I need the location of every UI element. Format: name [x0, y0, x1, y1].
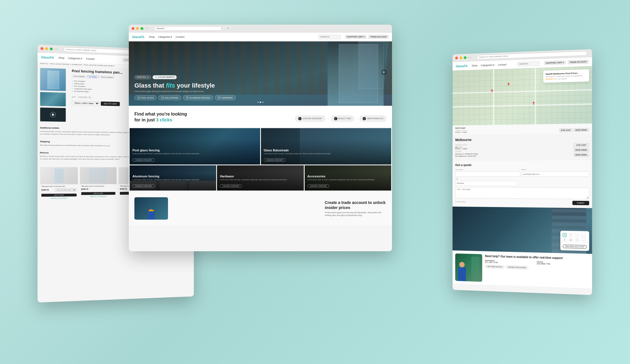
dot-2[interactable] [260, 102, 261, 103]
tag-pool[interactable]: Pool compliant [72, 75, 86, 78]
maximize-dot-center[interactable] [141, 27, 143, 30]
back-icon-center[interactable]: ‹ [145, 27, 146, 30]
calc-icon-2[interactable]: ≡ [569, 233, 573, 237]
calc-icon-minus-1[interactable]: − [581, 233, 585, 238]
calculator-panel[interactable]: ⊞ ≡ + − ⏸ ⊞ ✕ + FREE FENCE CALCULATOR [560, 231, 589, 251]
email-input[interactable] [521, 172, 589, 177]
map-info-card[interactable]: Glasfit Melbourne Pool Fenci... Showroom… [543, 69, 589, 83]
nav-contact-center[interactable]: Contact [176, 36, 184, 38]
close-dot[interactable] [41, 47, 43, 50]
product-thumb-2[interactable] [40, 107, 66, 122]
view-category-link-1[interactable]: VIEW ALL IN CATEGORY [41, 197, 77, 199]
minimize-dot-right[interactable] [459, 56, 462, 59]
add-to-cart-btn-left[interactable]: ADD TO CART [101, 102, 120, 106]
cart-btn-right[interactable]: SHOPPING CART 0 [544, 61, 566, 65]
related-product-2[interactable]: Title goes here in one line and... $156.… [80, 167, 117, 200]
forward-icon-center[interactable]: › [147, 27, 148, 30]
calc-icon-3[interactable]: ⏸ [563, 238, 566, 242]
forward-icon[interactable]: › [57, 48, 57, 51]
logo-text: GlassFit [41, 55, 54, 59]
calc-icon-plus-2[interactable]: + [581, 238, 585, 242]
aluminum-btn[interactable]: CHOOSE CATEGORY [132, 184, 155, 188]
nav-contact-right[interactable]: Contact [498, 63, 507, 66]
size-select[interactable]: 10mm x 1200 x Glass [72, 101, 100, 105]
minimize-dot[interactable] [45, 47, 48, 50]
calc-icon-plus-1[interactable]: + [575, 233, 579, 237]
view-category-link-2[interactable]: VIEW ALL IN CATEGORY [81, 196, 116, 198]
dot-3[interactable] [262, 102, 264, 103]
cat-card-pool[interactable]: Pool glass fencing Lorem ipsum dolor sit… [130, 128, 260, 165]
hero-btn-pool[interactable]: POOL GLASS [134, 95, 157, 100]
rel-size-1[interactable]: 700x1100+200m Glass [55, 188, 76, 192]
close-dot-right[interactable] [455, 57, 458, 59]
cat-card-hardware[interactable]: Hardware Lorem ipsum dolor sit amet, con… [217, 165, 304, 191]
send-email-btn-gc[interactable]: SEND EMAIL [573, 128, 589, 132]
site-visit-btn-gc[interactable]: SITE VISIT [559, 128, 573, 132]
send-email-btn-mel2[interactable]: SEND EMAIL [573, 153, 589, 157]
send-email-btn-mel[interactable]: SEND EMAIL [573, 148, 589, 152]
balustrade-btn[interactable]: CHOOSE CATEGORY [264, 158, 286, 162]
maximize-dot[interactable] [50, 47, 53, 50]
rel-add-btn-2[interactable]: ADD TO CART [81, 192, 116, 195]
account-btn-right[interactable]: TRADE ACCOUNT [568, 60, 589, 64]
calc-icon-4[interactable]: ⊞ [569, 238, 573, 242]
product-main-image[interactable] [40, 68, 66, 91]
dot-1[interactable] [257, 102, 259, 103]
find-step-category[interactable]: 1 CHOOSE CATEGORY [295, 116, 325, 122]
back-icon[interactable]: ‹ [54, 47, 55, 50]
nav-categories-left[interactable]: Categories ▾ [68, 57, 82, 60]
minimize-dot-center[interactable] [136, 27, 139, 30]
add-tab-btn[interactable]: + [227, 27, 229, 30]
account-btn-center[interactable]: TRADE ACCOUNT [368, 35, 389, 39]
online-calc-btn[interactable]: ONLINE CALCULATOR [505, 265, 528, 269]
free-fence-calculator-btn[interactable]: FREE FENCE CALCULATOR [563, 245, 587, 248]
map-pin-1[interactable] [490, 90, 494, 93]
tag-pre[interactable]: Pre-drilled [87, 75, 99, 78]
pool-btn[interactable]: CHOOSE CATEGORY [132, 158, 155, 162]
nav-contact-left[interactable]: Contact [86, 57, 95, 60]
hero-btn-hardware[interactable]: HARDWARE [215, 95, 236, 100]
back-icon-right[interactable]: ‹ [468, 56, 469, 59]
cat-card-accessories[interactable]: Accessories Lorem ipsum dolor sit amet, … [305, 165, 391, 191]
calc-icon-1[interactable]: ⊞ [563, 233, 566, 237]
map-pin-3[interactable] [507, 83, 510, 87]
hardware-btn[interactable]: CHOOSE CATEGORY [220, 184, 242, 188]
nav-categories-center[interactable]: Categories ▾ [158, 36, 172, 38]
hero-btn-aluminium[interactable]: ALUMINIUM FENCING [183, 95, 213, 100]
cat-card-aluminum[interactable]: Aluminum fencing Lorem ipsum dolor sit a… [130, 165, 216, 191]
right-logo[interactable]: GlassFit [456, 64, 468, 68]
nav-shop-left[interactable]: Shop [58, 56, 64, 59]
hero-btn-balustrade[interactable]: BALUSTRADE [158, 95, 181, 100]
related-product-1[interactable]: Title goes here in one line and... $156.… [40, 167, 78, 201]
nav-search-right[interactable] [517, 61, 540, 66]
firstname-input[interactable] [455, 172, 520, 177]
forward-icon-right[interactable]: › [470, 56, 471, 59]
maximize-dot-right[interactable] [464, 56, 466, 59]
site-visit-btn-mel[interactable]: SITE VISIT [573, 143, 589, 147]
find-step-item[interactable]: 2 SELECT ITEM [331, 116, 354, 122]
nav-search-center[interactable] [318, 35, 341, 39]
cat-card-balustrade[interactable]: Glass Balustrade Lorem ipsum dolor sit a… [261, 128, 391, 165]
address-bar-center[interactable]: GlassFit [154, 26, 221, 31]
nav-shop-center[interactable]: Shop [149, 36, 155, 38]
left-logo[interactable]: GlassFit [41, 55, 54, 59]
message-textarea[interactable] [455, 187, 589, 199]
product-thumb-1[interactable] [40, 92, 66, 107]
tag-panel[interactable]: Panel compliant [99, 76, 115, 79]
hero-tag-search[interactable]: 🔍 3 CLICK SEARCH [153, 75, 177, 79]
city-input[interactable] [455, 181, 518, 186]
map-pin-2[interactable] [532, 102, 535, 106]
cart-btn-center[interactable]: SHOPPING CART 0 [345, 35, 367, 39]
hero-close-btn[interactable]: ⊞ [381, 70, 386, 75]
find-step-products[interactable]: 3 VIEW PRODUCTS [360, 116, 386, 122]
accessories-btn[interactable]: CHOOSE CATEGORY [307, 184, 330, 188]
nav-categories-right[interactable]: Categories ▾ [481, 64, 495, 67]
close-dot-center[interactable] [132, 27, 134, 30]
center-logo[interactable]: GlassFit [132, 35, 144, 39]
quote-submit-btn[interactable]: SUBMIT [572, 201, 589, 205]
rel-add-btn-1[interactable]: ADD TO CART [41, 194, 77, 197]
nav-shop-right[interactable]: Shop [472, 64, 477, 67]
get-quote-btn[interactable]: GET FREE QUOTE [485, 265, 504, 269]
hero-tag-shop[interactable]: SHOP ALL ✕ [134, 75, 151, 79]
calc-icon-x[interactable]: ✕ [575, 238, 579, 242]
